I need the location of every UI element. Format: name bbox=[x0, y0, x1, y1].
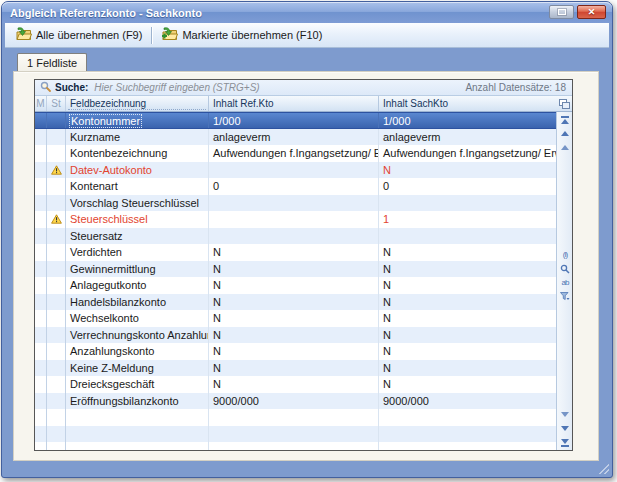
sach-value-cell: N bbox=[379, 277, 556, 294]
table-row[interactable]: Steuerschlüssel1 bbox=[35, 211, 556, 228]
field-name-cell: Kontenbezeichnung bbox=[66, 145, 209, 162]
row-marker-cell bbox=[35, 294, 47, 311]
apply-marked-label: Markierte übernehmen (F10) bbox=[182, 29, 322, 41]
field-name: Kurzname bbox=[70, 131, 120, 143]
table-row[interactable]: Vorschlag Steuerschlüssel bbox=[35, 195, 556, 212]
row-status-cell bbox=[47, 145, 66, 162]
table-row[interactable]: Datev-AutokontoN bbox=[35, 162, 556, 179]
row-status-cell bbox=[47, 376, 66, 393]
row-status-cell bbox=[47, 343, 66, 360]
sach-value-cell bbox=[379, 442, 556, 450]
ref-value-cell: N bbox=[209, 294, 379, 311]
column-header-m[interactable]: M bbox=[35, 96, 47, 111]
sach-value: anlageverm bbox=[383, 131, 440, 143]
search-input[interactable]: Hier Suchbegriff eingeben (STRG+S) bbox=[94, 82, 259, 93]
table-row[interactable]: Kontonummer1/0001/000 bbox=[35, 112, 556, 129]
warning-icon bbox=[51, 214, 62, 224]
row-status-cell bbox=[47, 360, 66, 377]
warning-icon bbox=[51, 165, 62, 175]
row-marker-cell bbox=[35, 376, 47, 393]
search-label: Suche: bbox=[55, 82, 88, 93]
search-tool-icon[interactable] bbox=[557, 262, 573, 275]
table-row[interactable]: AnzahlungskontoNN bbox=[35, 343, 556, 360]
row-marker-cell bbox=[35, 310, 47, 327]
field-name-cell: Keine Z-Meldung bbox=[66, 360, 209, 377]
ref-value-cell: N bbox=[209, 244, 379, 261]
column-header-st[interactable]: St bbox=[47, 96, 66, 111]
row-status-cell bbox=[47, 327, 66, 344]
sach-value: N bbox=[383, 312, 391, 324]
column-header-feldbezeichnung[interactable]: Feldbezeichnung bbox=[66, 96, 209, 111]
field-name: Gewinnermittlung bbox=[70, 263, 156, 275]
sach-value-cell bbox=[379, 228, 556, 245]
close-icon: ✕ bbox=[588, 7, 596, 17]
row-status-cell bbox=[47, 261, 66, 278]
filter-icon[interactable] bbox=[557, 290, 573, 303]
table-row[interactable]: AnlagegutkontoNN bbox=[35, 277, 556, 294]
table-row[interactable]: Keine Z-MeldungNN bbox=[35, 360, 556, 377]
row-marker-cell bbox=[35, 442, 47, 450]
apply-marked-button[interactable]: Markierte übernehmen (F10) bbox=[155, 25, 328, 46]
table-row[interactable]: VerdichtenNN bbox=[35, 244, 556, 261]
apply-all-button[interactable]: Alle übernehmen (F9) bbox=[9, 25, 148, 46]
sach-value-cell: anlageverm bbox=[379, 129, 556, 146]
field-name: Handelsbilanzkonto bbox=[70, 296, 166, 308]
row-down-button[interactable] bbox=[557, 408, 573, 421]
window-controls: ✕ bbox=[549, 5, 606, 19]
sach-value: 0 bbox=[383, 180, 389, 192]
sach-value: 1 bbox=[383, 213, 389, 225]
page-up-button[interactable] bbox=[557, 127, 573, 140]
grid-header: M St Feldbezeichnung Inhalt Ref.Kto Inha… bbox=[35, 96, 572, 112]
column-chooser-button[interactable] bbox=[556, 96, 572, 111]
table-row[interactable]: Verrechnungskonto AnzahlungNN bbox=[35, 327, 556, 344]
table-row[interactable]: GewinnermittlungNN bbox=[35, 261, 556, 278]
field-name: Anzahlungskonto bbox=[70, 345, 154, 357]
sort-tool-icon[interactable]: ab bbox=[557, 276, 573, 289]
app-window: Abgleich Referenzkonto - Sachkonto ✕ All… bbox=[1, 1, 613, 478]
row-marker-cell bbox=[35, 244, 47, 261]
row-marker-cell bbox=[35, 113, 47, 128]
apply-all-label: Alle übernehmen (F9) bbox=[36, 29, 142, 41]
table-row[interactable]: HandelsbilanzkontoNN bbox=[35, 294, 556, 311]
sach-value-cell: 1/000 bbox=[379, 113, 556, 128]
grid-tools-group: (I) ab bbox=[557, 248, 573, 303]
fit-columns-icon[interactable]: (I) bbox=[557, 248, 573, 261]
tab-feldliste[interactable]: 1 Feldliste bbox=[17, 53, 87, 72]
field-name: Kontonummer bbox=[70, 115, 141, 127]
search-bar[interactable]: Suche: Hier Suchbegriff eingeben (STRG+S… bbox=[35, 80, 572, 96]
field-name-cell: Steuerschlüssel bbox=[66, 211, 209, 228]
table-row[interactable]: DreiecksgeschäftNN bbox=[35, 376, 556, 393]
page-down-button[interactable] bbox=[557, 422, 573, 435]
table-row[interactable]: Kurznameanlagevermanlageverm bbox=[35, 129, 556, 146]
row-status-cell bbox=[47, 244, 66, 261]
field-name-cell: Datev-Autokonto bbox=[66, 162, 209, 179]
resize-grip[interactable] bbox=[599, 464, 609, 474]
row-marker-cell bbox=[35, 426, 47, 443]
table-row[interactable]: KontenbezeichnungAufwendungen f.Ingangse… bbox=[35, 145, 556, 162]
ref-value-cell: N bbox=[209, 310, 379, 327]
row-up-button[interactable] bbox=[557, 141, 573, 154]
sach-value: N bbox=[383, 263, 391, 275]
table-row[interactable]: Eröffnungsbilanzkonto9000/0009000/000 bbox=[35, 393, 556, 410]
row-status-cell bbox=[47, 442, 66, 450]
goto-last-row-button[interactable] bbox=[557, 436, 573, 449]
field-name-cell: Kontenart bbox=[66, 178, 209, 195]
table-row[interactable]: Steuersatz bbox=[35, 228, 556, 245]
scroll-bottom-group bbox=[557, 408, 573, 449]
ref-value-cell bbox=[209, 426, 379, 443]
table-row[interactable]: Kontenart00 bbox=[35, 178, 556, 195]
column-header-inhalt-sachkto[interactable]: Inhalt SachKto bbox=[379, 96, 556, 111]
table-row[interactable]: WechselkontoNN bbox=[35, 310, 556, 327]
sach-value-cell: N bbox=[379, 261, 556, 278]
titlebar[interactable]: Abgleich Referenzkonto - Sachkonto ✕ bbox=[2, 2, 612, 23]
sach-value-cell: N bbox=[379, 162, 556, 179]
field-name-cell: Handelsbilanzkonto bbox=[66, 294, 209, 311]
restore-button[interactable] bbox=[549, 5, 574, 19]
ref-value-cell bbox=[209, 228, 379, 245]
field-name: Verrechnungskonto Anzahlung bbox=[70, 329, 209, 341]
field-name-cell: Wechselkonto bbox=[66, 310, 209, 327]
close-button[interactable]: ✕ bbox=[577, 5, 606, 19]
goto-first-row-button[interactable] bbox=[557, 113, 573, 126]
toolbar: Alle übernehmen (F9) Markierte übernehme… bbox=[5, 23, 609, 48]
column-header-inhalt-refkto[interactable]: Inhalt Ref.Kto bbox=[209, 96, 379, 111]
